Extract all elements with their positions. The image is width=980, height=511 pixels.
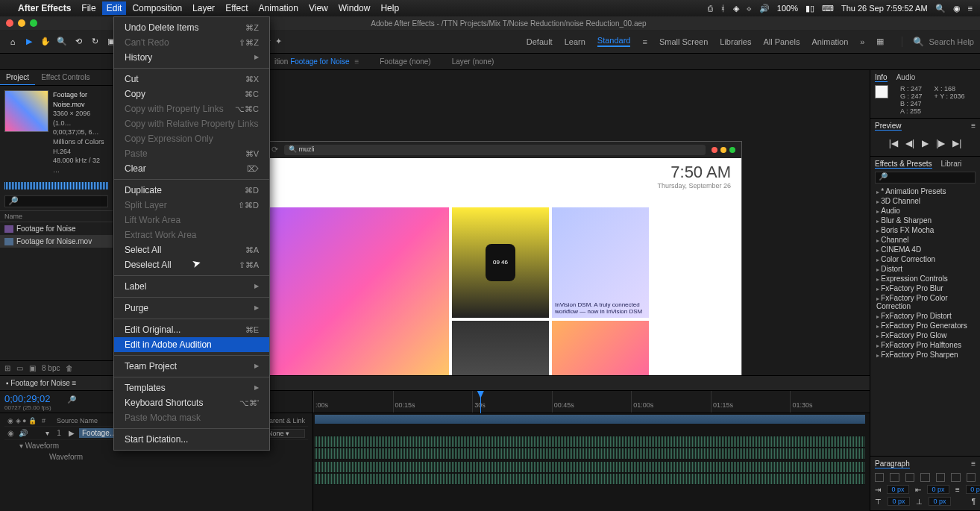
ep-item[interactable]: Distort: [875, 264, 976, 274]
space-after-input[interactable]: [929, 497, 951, 506]
close-window-icon[interactable]: [6, 19, 13, 27]
align-center-icon[interactable]: [890, 473, 899, 482]
ws-menu-icon[interactable]: ≡: [642, 37, 647, 46]
menu-view[interactable]: View: [309, 3, 328, 13]
ep-item[interactable]: * Animation Presets: [875, 186, 976, 196]
info-tab[interactable]: Info: [875, 73, 888, 82]
input-icon[interactable]: ⌨: [822, 4, 834, 13]
last-frame-button[interactable]: ▶|: [952, 138, 961, 148]
timeline-timecode[interactable]: 0;00;29;02: [4, 393, 50, 404]
preview-tab[interactable]: Preview: [875, 122, 902, 131]
home-icon[interactable]: ⌂: [6, 35, 19, 48]
ep-item[interactable]: Color Correction: [875, 254, 976, 264]
printer-icon[interactable]: ⎙: [708, 4, 713, 13]
justify-center-icon[interactable]: [936, 473, 945, 482]
menu-file[interactable]: File: [81, 3, 95, 13]
notification-icon[interactable]: ≡: [968, 4, 973, 13]
audio-toggle[interactable]: 🔊: [19, 429, 28, 437]
ep-item[interactable]: Channel: [875, 235, 976, 245]
zoom-tool-icon[interactable]: 🔍: [55, 35, 69, 48]
comp-breadcrumb[interactable]: ition Footage for Noise ≡: [264, 57, 369, 66]
twirl-icon[interactable]: ▾: [45, 429, 49, 437]
trash-icon[interactable]: 🗑: [66, 364, 73, 372]
ws-small-screen[interactable]: Small Screen: [659, 37, 708, 46]
battery-pct[interactable]: 100%: [777, 4, 798, 13]
timeline-tab[interactable]: ▪ Footage for Noise ≡: [6, 379, 76, 387]
ep-item[interactable]: Boris FX Mocha: [875, 225, 976, 235]
selection-tool-icon[interactable]: ▶: [22, 35, 36, 48]
project-search-input[interactable]: 🔎: [4, 195, 108, 207]
folder-icon[interactable]: ▭: [16, 364, 23, 372]
footage-thumbnail[interactable]: [4, 90, 48, 132]
wifi-icon[interactable]: ⟐: [747, 4, 752, 13]
edit-menu-item[interactable]: Keyboard Shortcuts⌥⌘': [114, 395, 269, 410]
edit-menu-item[interactable]: Team Project: [114, 359, 269, 374]
breadcrumb-active[interactable]: Footage for Noise: [290, 57, 350, 66]
align-right-icon[interactable]: [905, 473, 914, 482]
audio-tab[interactable]: Audio: [896, 73, 916, 82]
timeline-ruler[interactable]: :00s 00:15s 30s 00:45s 01:00s 01:15s 01:…: [313, 391, 870, 413]
edit-menu-item[interactable]: Cut⌘X: [114, 72, 269, 87]
dropbox-icon[interactable]: ◈: [733, 4, 739, 13]
maximize-window-icon[interactable]: [30, 19, 37, 27]
edit-menu-item[interactable]: Start Dictation...: [114, 432, 269, 447]
panel-menu-icon[interactable]: ≡: [354, 57, 359, 66]
prev-frame-button[interactable]: ◀|: [905, 138, 914, 148]
clock[interactable]: Thu 26 Sep 7:59:52 AM: [841, 4, 928, 13]
edit-menu-item[interactable]: History: [114, 50, 269, 65]
menu-help[interactable]: Help: [380, 3, 399, 13]
interpret-icon[interactable]: ⊞: [4, 364, 10, 372]
col-name[interactable]: Name: [4, 213, 22, 220]
first-line-input[interactable]: [888, 497, 910, 506]
volume-icon[interactable]: 🔊: [759, 4, 770, 13]
menu-composition[interactable]: Composition: [132, 3, 182, 13]
ep-item[interactable]: Audio: [875, 206, 976, 216]
ws-libraries[interactable]: Libraries: [720, 37, 751, 46]
ep-item[interactable]: FxFactory Pro Sharpen: [875, 350, 976, 360]
edit-menu-item[interactable]: Purge: [114, 301, 269, 316]
ws-animation[interactable]: Animation: [811, 37, 848, 46]
minimize-window-icon[interactable]: [18, 19, 25, 27]
footage-tab[interactable]: Footage (none): [369, 57, 441, 66]
ep-item[interactable]: FxFactory Pro Distort: [875, 311, 976, 321]
new-comp-icon[interactable]: ▣: [29, 364, 36, 372]
layer-bar[interactable]: [315, 415, 865, 424]
hand-tool-icon[interactable]: ✋: [39, 35, 52, 48]
project-item-mov[interactable]: Footage for Noise.mov: [0, 235, 113, 248]
libraries-tab[interactable]: Librari: [941, 160, 962, 169]
effect-controls-tab[interactable]: Effect Controls: [35, 70, 95, 85]
edit-menu-item[interactable]: Duplicate⌘D: [114, 183, 269, 198]
indent-left-input[interactable]: [887, 485, 909, 494]
indent-right-input[interactable]: [927, 485, 949, 494]
search-help-input[interactable]: Search Help: [929, 37, 974, 46]
edit-menu-item[interactable]: Undo Delete Items⌘Z: [114, 20, 269, 35]
spotlight-icon[interactable]: 🔍: [935, 4, 946, 13]
ws-standard[interactable]: Standard: [597, 36, 631, 47]
justify-right-icon[interactable]: [951, 473, 960, 482]
orbit-tool-icon[interactable]: ⟲: [72, 35, 85, 48]
ep-item[interactable]: FxFactory Pro Halftones: [875, 340, 976, 350]
edit-menu-item[interactable]: Select All⌘A: [114, 242, 269, 257]
ws-grid-icon[interactable]: ▦: [876, 37, 884, 46]
ep-item[interactable]: FxFactory Pro Color Correction: [875, 293, 976, 311]
color-depth-button[interactable]: 8 bpc: [42, 364, 60, 372]
traffic-lights[interactable]: [6, 19, 37, 27]
effects-presets-tab[interactable]: Effects & Presets: [875, 160, 932, 169]
menu-animation[interactable]: Animation: [259, 3, 298, 13]
rtl-icon[interactable]: ¶: [972, 498, 976, 506]
align-left-icon[interactable]: [875, 473, 884, 482]
paragraph-tab[interactable]: Paragraph: [875, 460, 910, 468]
menu-effect[interactable]: Effect: [225, 3, 248, 13]
col-num[interactable]: #: [42, 417, 52, 424]
layer-tab[interactable]: Layer (none): [442, 57, 505, 66]
effects-search-input[interactable]: 🔎: [875, 172, 976, 184]
first-frame-button[interactable]: |◀: [889, 138, 898, 148]
edit-menu-item[interactable]: Edit in Adobe Audition: [114, 337, 269, 352]
rotate-tool-icon[interactable]: ↻: [88, 35, 101, 48]
ep-item[interactable]: FxFactory Pro Blur: [875, 283, 976, 293]
ws-overflow-icon[interactable]: »: [860, 37, 864, 46]
justify-all-icon[interactable]: [967, 473, 976, 482]
menu-edit[interactable]: Edit: [102, 1, 127, 15]
snapping-opt2-icon[interactable]: ✦: [275, 37, 282, 46]
project-tab[interactable]: Project: [0, 70, 35, 85]
